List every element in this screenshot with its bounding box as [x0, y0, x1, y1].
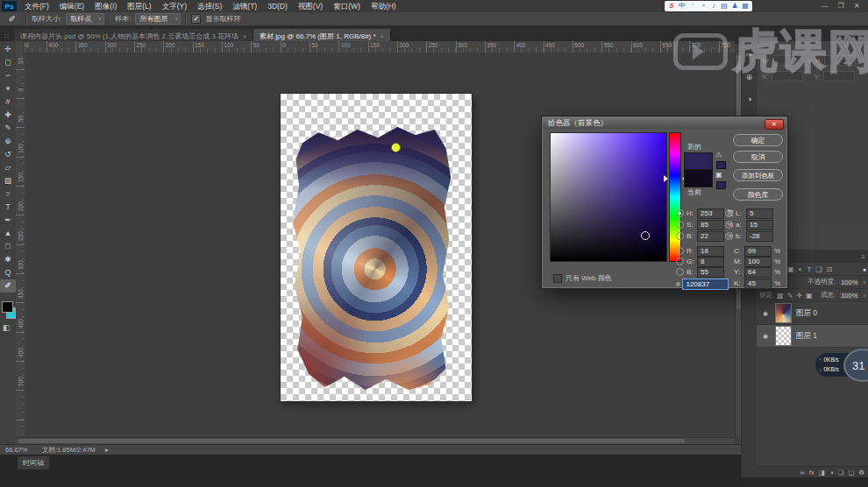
value-input[interactable]: 45 — [744, 279, 772, 289]
document-canvas[interactable] — [281, 94, 472, 401]
menu-item-10[interactable]: 帮助(H) — [366, 0, 402, 12]
lock-position-icon[interactable]: ✛ — [796, 292, 802, 300]
menu-item-3[interactable]: 图层(L) — [122, 0, 156, 12]
menu-item-2[interactable]: 图像(I) — [89, 0, 122, 12]
web-color-warning-icon[interactable]: ▣ — [715, 171, 722, 179]
menu-item-8[interactable]: 视图(V) — [293, 0, 328, 12]
menu-item-1[interactable]: 编辑(E) — [54, 0, 89, 12]
show-sampling-ring-checkbox[interactable]: ✓ — [191, 14, 201, 24]
value-input[interactable]: 99 — [744, 246, 772, 257]
lock-transparent-icon[interactable]: ▩ — [777, 292, 784, 300]
sample-size-select[interactable]: 取样点 — [66, 13, 104, 25]
gamut-warning-swatch[interactable] — [716, 161, 726, 169]
panel-menu-icon[interactable]: ≡ — [857, 251, 868, 263]
menu-item-4[interactable]: 文字(Y) — [157, 0, 192, 12]
lock-pixels-icon[interactable]: ✎ — [787, 292, 793, 300]
adjustment-layer-icon[interactable]: ◑ — [829, 469, 834, 476]
lock-all-icon[interactable]: ▣ — [806, 292, 813, 300]
radio-B[interactable] — [676, 232, 684, 240]
add-to-swatches-button[interactable]: 添加到色板 — [733, 169, 783, 181]
shape-tool[interactable]: □ — [0, 240, 16, 253]
brush-panel-icon[interactable]: ✑ — [742, 48, 757, 63]
eye-icon[interactable]: ◉ — [760, 310, 771, 317]
status-arrow-icon[interactable]: ▸ — [105, 446, 109, 454]
y-field[interactable] — [823, 71, 855, 81]
ok-button[interactable]: 确定 — [733, 134, 783, 146]
dialog-title[interactable]: 拾色器（前景色） — [543, 117, 786, 129]
value-input[interactable]: 8 — [697, 257, 724, 267]
value-input[interactable]: 253 — [697, 208, 724, 219]
hand-tool[interactable]: ✱ — [0, 253, 16, 266]
quick-selection-tool[interactable]: ✶ — [0, 82, 16, 95]
value-input[interactable]: 5 — [746, 208, 773, 219]
type-tool[interactable]: T — [0, 201, 16, 214]
opacity-value[interactable]: 100% — [838, 278, 860, 287]
tab-close-icon[interactable]: × — [381, 33, 384, 39]
saturation-brightness-field[interactable] — [550, 132, 667, 262]
lasso-tool[interactable]: ∽ — [0, 69, 16, 82]
history-brush-tool[interactable]: ↺ — [0, 148, 16, 161]
radio-B[interactable] — [676, 268, 684, 276]
web-colors-only-checkbox[interactable] — [553, 274, 562, 283]
quick-mask-icon[interactable]: ◧ — [3, 323, 11, 332]
gamut-warning-icon[interactable]: ⚠ — [715, 151, 722, 159]
eye-icon[interactable]: ◉ — [760, 333, 771, 340]
ime-skin-icon[interactable]: ◔ — [698, 1, 708, 11]
value-input[interactable]: 22 — [697, 231, 724, 242]
value-input[interactable]: 100 — [744, 257, 772, 267]
eraser-tool[interactable]: ▱ — [0, 161, 16, 174]
height-field[interactable] — [824, 55, 856, 66]
delete-layer-icon[interactable]: ♻ — [858, 469, 864, 476]
ime-mode-icon[interactable]: 中 — [677, 1, 687, 11]
menu-item-9[interactable]: 窗口(W) — [328, 0, 366, 12]
ime-toolbox-icon[interactable]: ▦ — [740, 1, 751, 11]
layer-thumbnail[interactable] — [775, 326, 792, 346]
minimize-button[interactable]: — — [817, 0, 833, 12]
ime-voice-icon[interactable]: ♪ — [708, 1, 719, 11]
x-field[interactable] — [772, 71, 803, 81]
pen-tool[interactable]: ✒ — [0, 214, 16, 227]
color-field-marker[interactable] — [641, 231, 650, 240]
menu-item-0[interactable]: 文件(F) — [19, 0, 54, 12]
brush-tool[interactable]: ✎ — [0, 122, 16, 135]
chevron-down-icon[interactable]: ∨ — [863, 279, 866, 285]
value-input[interactable]: -28 — [746, 231, 773, 242]
hue-slider-handle-left[interactable] — [664, 175, 668, 182]
horizontal-scrollbar-thumb[interactable] — [18, 439, 685, 443]
layer-group-icon[interactable]: ❑ — [837, 469, 843, 476]
radio-R[interactable] — [676, 247, 684, 255]
adjustments-panel-icon[interactable]: ◑ — [742, 92, 757, 107]
ime-toolbar[interactable]: S中’◔♪▤♟▦ — [665, 1, 752, 11]
value-input[interactable]: 15 — [746, 220, 773, 230]
menu-item-7[interactable]: 3D(D) — [262, 0, 293, 12]
close-button[interactable]: ✕ — [849, 0, 864, 12]
layer-effects-icon[interactable]: fx — [809, 469, 815, 476]
zoom-level[interactable]: 66.67% — [5, 446, 27, 454]
link-layers-icon[interactable]: ∞ — [800, 469, 805, 476]
value-input[interactable]: 55 — [697, 267, 724, 278]
radio-H[interactable] — [676, 209, 684, 217]
value-input[interactable]: 64 — [744, 267, 772, 278]
sample-select[interactable]: 所有图层 — [135, 13, 181, 25]
spot-healing-tool[interactable]: ✚ — [0, 109, 16, 122]
tab-timeline[interactable]: 时间轴 — [18, 456, 49, 469]
radio-a[interactable] — [725, 221, 733, 229]
zoom-tool[interactable]: Q — [0, 266, 16, 279]
cancel-button[interactable]: 取消 — [733, 151, 783, 163]
chevron-down-icon[interactable]: ∨ — [863, 293, 866, 298]
ime-keyboard-icon[interactable]: ▤ — [719, 1, 729, 11]
web-color-warning-swatch[interactable] — [716, 181, 726, 189]
foreground-color-swatch[interactable] — [2, 301, 13, 313]
filter-type-layers-icon[interactable]: T — [807, 265, 811, 273]
radio-S[interactable] — [676, 221, 684, 229]
filter-smart-objects-icon[interactable]: ⊡ — [826, 265, 832, 273]
filter-shape-layers-icon[interactable]: ❑ — [815, 265, 822, 273]
restore-button[interactable]: ❐ — [833, 0, 849, 12]
clone-source-panel-icon[interactable]: ⊕ — [742, 70, 757, 85]
tab-close-icon[interactable]: × — [243, 33, 246, 39]
value-input[interactable]: 85 — [697, 220, 724, 230]
new-layer-icon[interactable]: ▢ — [848, 469, 854, 476]
dodge-tool[interactable]: ○ — [0, 187, 16, 201]
clone-stamp-tool[interactable]: ⊕ — [0, 135, 16, 148]
layer-thumbnail[interactable] — [775, 303, 792, 323]
